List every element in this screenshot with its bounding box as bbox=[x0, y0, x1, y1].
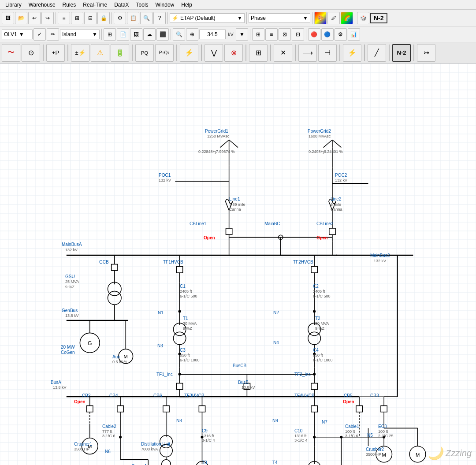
tool-gen[interactable]: +P bbox=[46, 44, 65, 62]
menu-tools[interactable]: Tools bbox=[133, 2, 152, 8]
tool-rect[interactable]: ⊞ bbox=[249, 44, 268, 62]
sep2 bbox=[112, 12, 112, 24]
tb2m[interactable]: 📊 bbox=[348, 28, 360, 41]
zoom-icon: ⊕ bbox=[186, 28, 198, 41]
tool-pq2[interactable]: P↑Q↓ bbox=[155, 44, 174, 62]
svg-rect-79 bbox=[87, 405, 93, 412]
kv-input[interactable] bbox=[199, 30, 226, 39]
tb2h[interactable]: ⊠ bbox=[279, 28, 291, 41]
svg-rect-101 bbox=[199, 405, 205, 412]
tool-load[interactable]: ±⚡ bbox=[71, 44, 89, 62]
tb2b[interactable]: 📄 bbox=[117, 28, 129, 41]
3d-btn[interactable]: 🎲 bbox=[357, 12, 369, 24]
powergrid2-symbol[interactable] bbox=[324, 140, 342, 167]
down-btn[interactable]: ▼ bbox=[236, 28, 248, 41]
svg-point-76 bbox=[178, 373, 181, 376]
tb-btn-c[interactable]: ⊟ bbox=[84, 12, 97, 24]
tb2i[interactable]: ⊡ bbox=[292, 28, 304, 41]
menu-realtime[interactable]: Real-Time bbox=[79, 2, 111, 8]
tool-bolt[interactable]: ⚡ bbox=[180, 44, 198, 62]
tool-sep6 bbox=[245, 45, 246, 61]
tool-pq1[interactable]: PQ bbox=[135, 44, 154, 62]
toolbar1: 🖼 📂 ↩ ↪ ≡ ⊞ ⊟ 🔒 ⚙ 📋 🔍 ? ⚡ ETAP (Default)… bbox=[0, 10, 476, 26]
diagram-canvas[interactable]: G M bbox=[0, 63, 476, 465]
tool-circle2[interactable]: ⊗ bbox=[224, 44, 243, 62]
open-button[interactable]: 📂 bbox=[15, 12, 27, 24]
svg-point-77 bbox=[313, 373, 316, 376]
tool-connect[interactable]: ⊣ bbox=[318, 44, 337, 62]
tb2f[interactable]: ⊞ bbox=[252, 28, 264, 41]
tool-bus[interactable]: 〜 bbox=[2, 44, 20, 62]
tb-btn-b[interactable]: ⊞ bbox=[71, 12, 83, 24]
phase-dropdown[interactable]: Phase ▼ bbox=[249, 13, 310, 23]
tool-slash[interactable]: ╱ bbox=[368, 44, 386, 62]
zoom-in[interactable]: 🔍 bbox=[173, 28, 185, 41]
menu-window[interactable]: Window bbox=[152, 2, 178, 8]
tb-btn-f[interactable]: 📋 bbox=[127, 12, 139, 24]
tb2c[interactable]: 🖼 bbox=[130, 28, 142, 41]
tb2g[interactable]: ≡ bbox=[265, 28, 278, 41]
tool-v[interactable]: ⋁ bbox=[205, 44, 223, 62]
tb2e[interactable]: ⬛ bbox=[156, 28, 169, 41]
tool-extra[interactable]: ⤖ bbox=[417, 44, 435, 62]
menu-library[interactable]: Library bbox=[2, 2, 25, 8]
tb-btn-d[interactable]: 🔒 bbox=[97, 12, 110, 24]
etap-dropdown[interactable]: ⚡ ETAP (Default) ▼ bbox=[170, 13, 245, 23]
tool-sep11 bbox=[389, 45, 390, 61]
tool-bolt2[interactable]: ⚡ bbox=[343, 44, 361, 62]
tb2j[interactable]: 🔴 bbox=[308, 28, 320, 41]
svg-line-0 bbox=[220, 140, 229, 147]
tb-btn-e[interactable]: ⚙ bbox=[114, 12, 126, 24]
tb2a[interactable]: ⊞ bbox=[104, 28, 116, 41]
tool-sep10 bbox=[364, 45, 365, 61]
color-btn3[interactable]: 🌈 bbox=[341, 12, 353, 24]
island-label: Island bbox=[62, 31, 76, 37]
check-btn[interactable]: ✓ bbox=[33, 28, 46, 41]
tool-n2[interactable]: N-2 bbox=[392, 44, 411, 62]
tb2k[interactable]: 🔵 bbox=[321, 28, 334, 41]
schematic-toolbar: 〜 ⊙ +P ±⚡ ⚠ 🔋 PQ P↑Q↓ ⚡ ⋁ ⊗ ⊞ ✕ ⟶ ⊣ ⚡ ╱ … bbox=[0, 42, 476, 63]
tool-cross[interactable]: ✕ bbox=[274, 44, 292, 62]
sep10 bbox=[306, 29, 306, 40]
svg-line-4 bbox=[324, 140, 332, 147]
menu-datax[interactable]: DataX bbox=[111, 2, 132, 8]
svg-point-32 bbox=[108, 291, 122, 305]
tb2d[interactable]: ☁ bbox=[143, 28, 156, 41]
undo-button[interactable]: ↩ bbox=[28, 12, 41, 24]
color-btn2[interactable]: 🖊 bbox=[327, 12, 340, 24]
tb-btn-g[interactable]: 🔍 bbox=[140, 12, 152, 24]
help-button[interactable]: ? bbox=[153, 12, 166, 24]
svg-rect-122 bbox=[381, 405, 387, 412]
menu-rules[interactable]: Rules bbox=[59, 2, 80, 8]
svg-rect-69 bbox=[311, 383, 317, 390]
tool-sep9 bbox=[339, 45, 340, 61]
new-button[interactable]: 🖼 bbox=[2, 12, 14, 24]
redo-button[interactable]: ↪ bbox=[41, 12, 54, 24]
tool-circle[interactable]: ⊙ bbox=[22, 44, 40, 62]
svg-rect-82 bbox=[117, 405, 123, 412]
tb-btn-a[interactable]: ≡ bbox=[58, 12, 70, 24]
sep1 bbox=[56, 12, 56, 24]
tool-sep8 bbox=[295, 45, 296, 61]
tool-sep7 bbox=[270, 45, 271, 61]
sep5 bbox=[312, 12, 312, 24]
tool-bat[interactable]: 🔋 bbox=[111, 44, 129, 62]
tool-sep5 bbox=[201, 45, 202, 61]
menu-help[interactable]: Help bbox=[178, 2, 196, 8]
menu-warehouse[interactable]: Warehouse bbox=[25, 2, 59, 8]
svg-rect-119 bbox=[356, 405, 362, 412]
svg-text:G: G bbox=[88, 340, 92, 346]
tool-sep3 bbox=[132, 45, 133, 61]
svg-rect-94 bbox=[163, 405, 169, 412]
svg-line-2 bbox=[229, 140, 238, 147]
svg-rect-29 bbox=[112, 264, 118, 271]
island-dropdown[interactable]: Island ▼ bbox=[60, 30, 100, 39]
tool-warn[interactable]: ⚠ bbox=[91, 44, 109, 62]
tool-arrow[interactable]: ⟶ bbox=[298, 44, 317, 62]
phase-label: Phase bbox=[251, 15, 303, 21]
color-btn1[interactable]: 🎨 bbox=[314, 12, 327, 24]
powergrid1-symbol[interactable] bbox=[220, 140, 238, 165]
tb2l[interactable]: ⚙ bbox=[335, 28, 347, 41]
view-dropdown[interactable]: OLV1 ▼ bbox=[2, 30, 33, 39]
pencil-btn[interactable]: ✏ bbox=[47, 28, 59, 41]
